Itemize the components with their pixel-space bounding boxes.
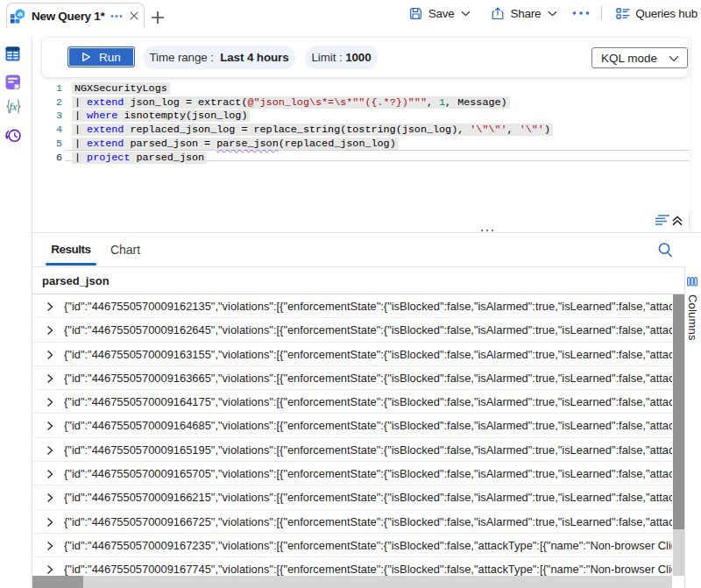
svg-text:fx: fx	[10, 101, 18, 113]
